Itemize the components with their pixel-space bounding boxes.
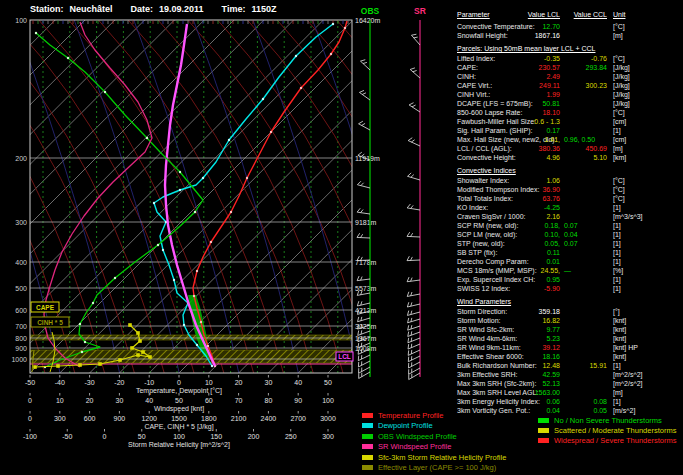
- wind-barb: [359, 121, 370, 130]
- parameter-value: 52.13: [542, 379, 560, 388]
- obs-windspeed-marker: [84, 341, 86, 343]
- obs-windspeed-marker: [114, 277, 116, 279]
- altitude-label: 5573m: [355, 285, 377, 292]
- legend-swatch: [362, 465, 373, 470]
- profile-legend-item: Temperature Profile: [362, 410, 506, 421]
- obs-windspeed-marker: [35, 32, 37, 34]
- barb-shaft: [408, 141, 420, 146]
- unit-label: [1]: [613, 239, 621, 248]
- parameter-value: 0.06: [546, 397, 560, 406]
- temperature-marker: [196, 270, 198, 272]
- table-row: Storm Direction:359.18[°]: [457, 307, 681, 316]
- unit-label: [1]: [613, 203, 621, 212]
- sr-wind-column-label: SR: [414, 6, 426, 16]
- parameter-label: CAPE:: [457, 63, 478, 72]
- axis-tick-label: -40: [55, 379, 65, 386]
- srh-sfc-3km-marker: [136, 331, 140, 335]
- axis-tick-label: 20: [86, 397, 94, 404]
- dewpoint-marker: [332, 23, 334, 25]
- parameter-label: Storm Direction:: [457, 307, 507, 316]
- axis-tick-label: 300: [54, 415, 66, 422]
- barb-flag: [407, 256, 409, 260]
- parameter-label: SR Wind Sfc-2km:: [457, 325, 514, 334]
- parameter-label: 3km Effective SRH:: [457, 370, 518, 379]
- table-row: Snowfall Height:1867.16[m]: [457, 31, 681, 40]
- pressure-tick-label: 200: [15, 155, 27, 162]
- barb-flag: [409, 103, 413, 105]
- table-row: SCP LM (new, old):0.10,0.04[1]: [457, 230, 681, 239]
- unit-label: [cm]: [613, 117, 626, 126]
- parameter-value: 380.36: [539, 144, 560, 153]
- parameter-value: 1867.16: [535, 31, 560, 40]
- barb-flag: [411, 344, 412, 348]
- table-row: Max. Hail Size (new, new2, old):1.41,0.9…: [457, 135, 681, 144]
- axis-tick-label: 900: [114, 415, 126, 422]
- dry-adiabat-line: [247, 20, 432, 373]
- barb-flag: [408, 138, 412, 141]
- axis-tick-label: 70: [235, 397, 243, 404]
- parameter-label: Fawbush-Miller Hail Size:: [457, 117, 536, 126]
- barb-shaft: [408, 350, 420, 355]
- table-row: 3km Effective SRH:42.59[m^2/s^2]: [457, 370, 681, 379]
- parameter-value: 18.16: [542, 352, 560, 361]
- barb-shaft: [357, 212, 370, 214]
- srh-sfc-3km-marker: [118, 358, 122, 362]
- table-row: SR Wind 4km-6km:5.23[knt]: [457, 334, 681, 343]
- barb-flag: [411, 233, 413, 236]
- axis-tick-label: 10: [56, 397, 64, 404]
- axis-tick-label: 0: [28, 415, 32, 422]
- dewpoint-marker: [262, 98, 264, 100]
- axis-tick-label: 250: [285, 433, 297, 440]
- obs-wind-column-label: OBS: [361, 6, 380, 16]
- barb-flag: [361, 343, 362, 347]
- wind-barb: [408, 318, 420, 323]
- wind-barb: [407, 277, 420, 282]
- parameter-value: 2.49: [546, 72, 560, 81]
- parameter-value: 450.69: [586, 144, 607, 153]
- unit-label: [°C]: [613, 108, 625, 117]
- srh-sfc-3km-marker: [78, 363, 82, 367]
- parameter-label: SWISS 12 Index:: [457, 284, 510, 293]
- srh-sfc-3km-marker: [138, 339, 142, 343]
- barb-flag: [407, 277, 409, 282]
- dewpoint-marker: [228, 139, 230, 141]
- barb-flag: [407, 311, 408, 316]
- unit-label: [1]: [613, 361, 621, 370]
- legend-label: Scattered / Moderate Thunderstorms: [554, 426, 676, 435]
- parameter-value: 4.96: [546, 153, 560, 162]
- barb-flag: [362, 93, 366, 95]
- parameter-label: Derecho Comp Param:: [457, 257, 529, 266]
- axis-tick-label: 3000: [320, 415, 336, 422]
- barb-flag: [357, 208, 360, 212]
- wind-barb: [359, 90, 370, 100]
- table-row: CAPE Virt.:249.11300.23[J/kg]: [457, 81, 681, 90]
- temperature-marker: [270, 131, 272, 133]
- col-header-value-ccl: Value CCL: [560, 10, 607, 19]
- wind-barb: [357, 233, 370, 238]
- wind-barb: [357, 208, 370, 214]
- axis-tick-label: 90: [294, 397, 302, 404]
- parameter-value: -4.25: [544, 203, 560, 212]
- storm-legend-item: Scattered / Moderate Thunderstorms: [538, 425, 676, 435]
- parameter-value: 18.10: [542, 108, 560, 117]
- sr-windspeed-profile: [44, 22, 152, 367]
- parameter-label: SCP RM (new, old):: [457, 221, 518, 230]
- unit-label: [°C]: [613, 185, 625, 194]
- unit-label: [°C]: [613, 176, 625, 185]
- dry-adiabat-line: [218, 20, 403, 373]
- wind-barb: [407, 311, 420, 316]
- unit-label: [%]: [613, 266, 623, 275]
- parameter-label: SB STP (fix):: [457, 248, 497, 257]
- profile-legend: Temperature ProfileDewpoint ProfileOBS W…: [362, 410, 506, 473]
- table-row: Convective Temperature:12.70[°C]: [457, 22, 681, 31]
- parameter-label: SR Wind 4km-6km:: [457, 334, 517, 343]
- parameter-value: 63.76: [542, 194, 560, 203]
- dewpoint-marker: [162, 249, 164, 251]
- parameter-value: 293.84: [586, 63, 607, 72]
- pressure-tick-label: 600: [15, 307, 27, 314]
- unit-label: [cm]: [613, 135, 626, 144]
- wind-barb: [407, 232, 420, 237]
- unit-label: [knt]: [613, 325, 626, 334]
- dewpoint-marker: [179, 189, 181, 191]
- wind-barb: [357, 181, 370, 188]
